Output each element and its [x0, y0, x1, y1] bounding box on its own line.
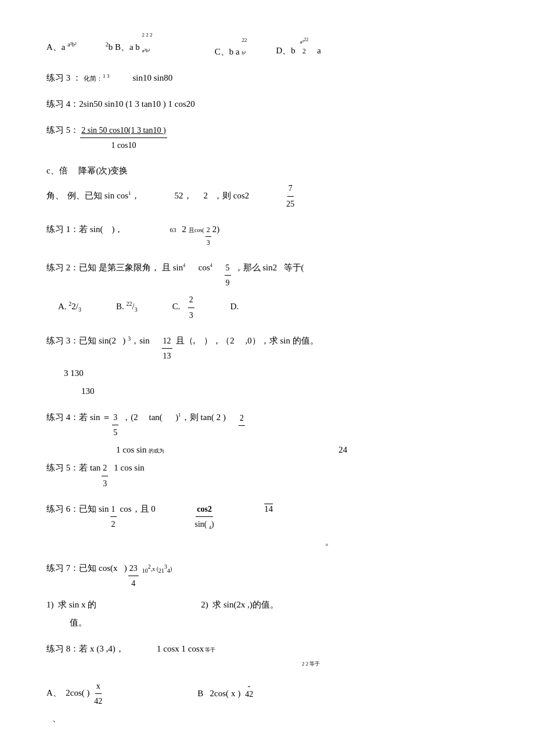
ex2-cos: cos4 — [199, 260, 212, 276]
ex3b-blank1 — [150, 333, 161, 349]
ex1-end: 2) — [212, 222, 220, 237]
exercise-3: 练习 3 ： 化简：1 3 sin10 sin80 — [46, 70, 488, 86]
ex3b-mid: 且（, ），（2 ,0），求 sin 的值。 — [176, 333, 319, 349]
ex4b-frac1: 3 5 — [112, 410, 118, 440]
ex1-num: 63 — [170, 225, 176, 236]
exercise-1: 练习 1：若 sin( )， 63 2 且cos( 2 3 2) — [46, 222, 488, 249]
ex6-frac: 1 2 — [110, 502, 117, 531]
ex3b-ans1: 3 130 — [64, 366, 84, 381]
ex4-content: 2sin50 sin10 (1 3 tan10 ) 1 cos20 — [79, 96, 195, 112]
ex2-frac: 5 9 — [225, 261, 231, 290]
ex2-mid: 且 sin4 — [162, 260, 185, 276]
ex6-result-frac: cos2 sin( 4) — [194, 502, 215, 532]
ex7-q2: 2) 求 sin(2x ,)的值。 — [201, 597, 279, 613]
ex2-result: ，那么 sin2 等于( — [234, 260, 304, 276]
options-bottom: A、 2cos( ) x 42 B 2cos(x) 42 、 — [46, 679, 488, 726]
section-c-title: c、倍 降幂(次)变换 — [46, 163, 128, 179]
ex1-frac: 2 3 — [205, 224, 211, 249]
option-B-sup2: 2 2 2 — [142, 30, 153, 39]
ex3b-sep: ，sin — [131, 333, 150, 349]
option-C-sup: 22 — [241, 37, 247, 43]
option-bottom-B-frac: 42 — [244, 686, 254, 701]
option-B-sub: a²b² — [142, 48, 150, 53]
ex1-mid: 2 — [182, 222, 187, 237]
option-bottom-B-sub: 、 — [52, 711, 488, 726]
ex3b-sup: 3 — [128, 334, 131, 346]
ex3-note: 化简：1 3 — [84, 71, 109, 84]
exercise-7: 练习 7：已知 cos(x ) 23 4 102,x (2134) 1) 求 s… — [46, 560, 488, 630]
option-C: C、b a 22 b² — [215, 35, 247, 60]
ex6-blank2 — [217, 501, 265, 517]
ex7-questions: 1) 求 sin x 的 2) 求 sin(2x ,)的值。 — [46, 597, 488, 613]
ex6-end: 14 — [264, 501, 273, 517]
ex7-subs: 102,x (2134) — [142, 562, 172, 576]
ex8-blank — [124, 641, 157, 657]
option-B-sup1: 2 — [106, 41, 109, 48]
ex4b-blank — [163, 410, 176, 425]
option-A: A、a a²b² — [46, 39, 77, 55]
ex4b-label: 练习 4：若 sin ＝ — [46, 410, 111, 425]
ex5b-content: 1 cos sin — [114, 460, 145, 476]
section-c-result: ，则 cos2 — [214, 188, 249, 204]
ex7-q1-cont: 值。 — [70, 615, 488, 631]
ex4-label: 练习 4： — [46, 96, 79, 112]
ex6-mid: cos，且 0 — [120, 501, 156, 517]
option-B: 2b B、a b 2 2 2 a²b² — [106, 39, 174, 55]
section-c-num2: 2 — [204, 188, 208, 204]
ex5b-label: 练习 5：若 tan — [46, 460, 100, 476]
ex2-option-C: C. 2 3 — [172, 292, 196, 322]
option-A-sup: a²b² — [67, 41, 76, 48]
ex2-options: A. 22/3 B. 22/3 C. 2 3 D. — [58, 292, 488, 322]
exercise-2: 练习 2：已知 是第三象限角， 且 sin4 cos4 5 9 ，那么 sin2… — [46, 260, 488, 323]
ex3b-answers: 3 130 — [64, 366, 488, 381]
ex8-label: 练习 8：若 x (3 ,4)， — [46, 641, 124, 657]
ex8-note2: 2 2 — [302, 659, 308, 668]
options-row-top: A、a a²b² 2b B、a b 2 2 2 a²b² C、b a 22 b²… — [46, 35, 488, 60]
ex6-label: 练习 6：已知 sin — [46, 501, 109, 517]
ex3-label: 练习 3 — [46, 70, 70, 86]
ex4b-end: 24 — [338, 442, 347, 458]
ex2-option-D: D. — [230, 299, 239, 314]
option-D: D、b a²22 2 a — [276, 36, 320, 59]
ex6-blank1 — [156, 501, 193, 517]
ex2-option-B: B. 22/3 — [116, 299, 138, 315]
ex3b-answer2: 130 — [81, 384, 488, 399]
ex8-note1: 等于 — [205, 645, 215, 654]
ex4b-frac2: 2 — [237, 410, 246, 426]
ex6-dot: 。 — [325, 534, 488, 550]
option-bottom-A-frac: x 42 — [93, 679, 103, 708]
exercise-6: 练习 6：已知 sin 1 2 cos，且 0 cos2 sin( 4) 14 … — [46, 501, 488, 550]
section-c-subtitle: 角、 — [46, 188, 64, 204]
ex3b-ans2: 130 — [81, 384, 95, 399]
ex4b-subline: 1 cos sin 的或为 24 — [116, 442, 488, 458]
ex5-denominator: 1 cos10 — [110, 138, 137, 153]
option-bottom-A: A、 2cos( ) x 42 — [46, 679, 104, 708]
ex3b-label: 练习 3：已知 sin(2 ) — [46, 333, 125, 349]
section-c-header: c、倍 降幂(次)变换 角、 例、已知 sin cos1， 52， 2 ，则 c… — [46, 163, 488, 211]
ex2-label: 练习 2：已知 是第三象限角， — [46, 260, 160, 276]
ex7-label: 练习 7：已知 cos(x ) — [46, 560, 127, 576]
ex2-blank1 — [185, 260, 199, 276]
ex3b-frac: 12 13 — [162, 334, 172, 363]
section-c-num: 52， — [175, 188, 192, 204]
ex5-fraction: 2 sin 50 cos10(1 3 tan10 ) 1 cos10 — [80, 123, 167, 153]
option-bottom-B: B 2cos(x) 42 — [197, 686, 255, 702]
ex2-blank2 — [212, 260, 223, 276]
section-c-frac: 7 25 — [285, 181, 295, 211]
ex7-q1: 1) 求 sin x 的 — [46, 597, 96, 613]
ex5b-frac: 2 3 — [102, 461, 108, 490]
ex1-close: )， — [112, 222, 124, 237]
ex1-blank — [103, 222, 112, 237]
ex1-note: 且cos( — [189, 225, 204, 236]
exercise-5b-row: 练习 5：若 tan 2 3 1 cos sin — [46, 460, 488, 490]
ex7-frac: 23 4 — [128, 561, 139, 591]
exercise-5: 练习 5： 2 sin 50 cos10(1 3 tan10 ) 1 cos10 — [46, 122, 488, 153]
ex5-numerator: 2 sin 50 cos10(1 3 tan10 ) — [80, 123, 167, 138]
exercise-4: 练习 4： 2sin50 sin10 (1 3 tan10 ) 1 cos20 — [46, 96, 488, 112]
ex2-option-A: A. 22/3 — [58, 299, 81, 315]
exercise-4b: 练习 4：若 sin ＝ 3 5 ，(2 tan( )1，则 tan( 2 ) … — [46, 410, 488, 491]
ex5-label: 练习 5： — [46, 122, 79, 138]
ex4b-sup: )1，则 tan( 2 ) — [175, 410, 226, 425]
exercise-8: 练习 8：若 x (3 ,4)， 1 cosx 1 cosx 等于 2 2 等于 — [46, 641, 488, 668]
ex8-note2-row: 2 2 等于 — [302, 659, 488, 668]
